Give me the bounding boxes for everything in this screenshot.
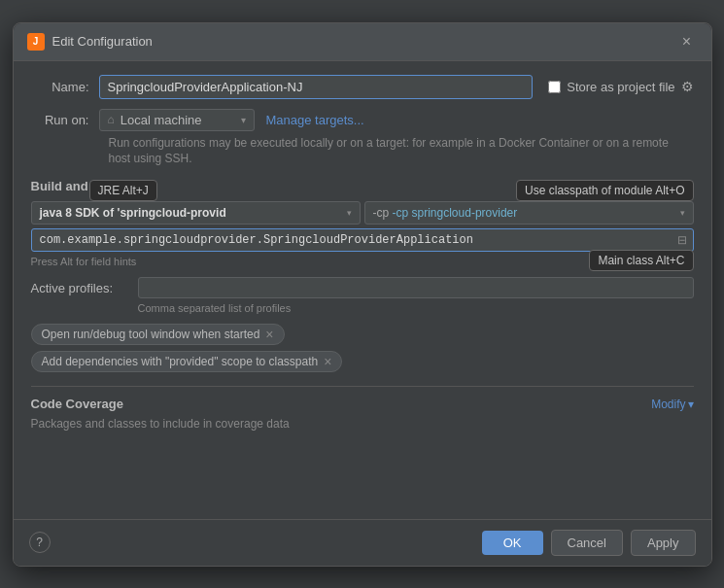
help-button[interactable]: ? [29,532,51,553]
code-coverage-modify-chevron: ▾ [688,398,694,411]
manage-targets-link[interactable]: Manage targets... [266,113,364,127]
modify-options-shortcut: Alt+M [666,181,693,192]
main-class-container: Main class Alt+C ⊟ [31,228,694,252]
profiles-hint: Comma separated list of profiles [138,302,694,314]
dialog-title: Edit Configuration [52,34,153,49]
code-coverage-modify-label: Modify [651,398,685,411]
run-on-chevron: ▾ [241,115,246,125]
gear-icon[interactable]: ⚙ [681,79,694,94]
main-class-row: ⊟ [31,228,694,252]
code-coverage-title: Code Coverage [31,397,123,411]
name-label: Name: [31,80,99,94]
expand-icon[interactable]: ⊟ [672,233,693,247]
cancel-button[interactable]: Cancel [551,530,623,556]
dialog-content: Name: Store as project file ⚙ Run on: ⌂ … [14,61,711,519]
tag-close-1[interactable]: × [324,355,331,368]
code-coverage-header: Code Coverage Modify ▾ [31,397,694,411]
active-profiles-input[interactable] [138,277,694,298]
section-divider [31,386,694,387]
classpath-label: -cp springcloud-provider [393,206,518,220]
code-coverage-hint: Packages and classes to include in cover… [31,417,694,431]
footer-left: ? [29,532,51,553]
list-item: Add dependencies with "provided" scope t… [31,351,343,372]
modify-options-chevron: ▾ [653,180,659,193]
apply-button[interactable]: Apply [631,530,696,556]
run-on-help-text: Run configurations may be executed local… [109,135,694,168]
local-machine-label: Local machine [121,113,202,127]
edit-configuration-dialog: J Edit Configuration × Name: Store as pr… [13,22,712,567]
app-icon: J [27,33,45,51]
list-item: Open run/debug tool window when started … [31,324,285,345]
run-on-row: Run on: ⌂ Local machine ▾ Manage targets… [31,109,694,131]
press-alt-hint: Press Alt for field hints [31,256,694,267]
name-input[interactable] [99,75,534,99]
title-bar: J Edit Configuration × [14,23,711,61]
code-coverage-modify-link[interactable]: Modify ▾ [651,398,693,411]
java-sdk-label: java 8 SDK of 'springcloud-provid [40,206,226,220]
store-project-checkbox[interactable] [548,81,561,93]
build-run-title: Build and run [31,179,113,193]
modify-options-link[interactable]: Modify options ▾ Alt+M [575,180,694,193]
local-machine-icon: ⌂ [108,113,115,126]
build-run-grid: JRE Alt+J Use classpath of module Alt+O … [31,201,694,225]
classpath-select[interactable]: -cp -cp springcloud-provider ▾ [364,201,694,225]
ok-button[interactable]: OK [482,531,543,555]
title-bar-left: J Edit Configuration [27,33,153,51]
store-project-label: Store as project file [567,80,674,94]
java-sdk-chevron: ▾ [347,208,352,218]
close-button[interactable]: × [676,31,698,52]
tag-row: Open run/debug tool window when started … [31,324,694,372]
active-profiles-row: Active profiles: [31,277,694,298]
name-row: Name: Store as project file ⚙ [31,75,694,99]
run-on-select[interactable]: ⌂ Local machine ▾ [99,109,255,131]
active-profiles-label: Active profiles: [31,281,138,295]
tag-close-0[interactable]: × [265,328,273,341]
tag-label-1: Add dependencies with "provided" scope t… [42,355,319,368]
modify-options-label: Modify options [575,180,650,193]
classpath-chevron: ▾ [680,208,685,218]
build-run-header: Build and run Modify options ▾ Alt+M [31,179,694,193]
store-project-row: Store as project file ⚙ [548,79,693,94]
main-class-input[interactable] [32,229,672,251]
cp-prefix: -cp [373,206,393,220]
dialog-footer: ? OK Cancel Apply [14,519,711,566]
footer-right: OK Cancel Apply [482,530,696,556]
tag-label-0: Open run/debug tool window when started [42,328,260,341]
run-on-label: Run on: [31,113,99,127]
java-sdk-select[interactable]: java 8 SDK of 'springcloud-provid ▾ [31,201,361,225]
